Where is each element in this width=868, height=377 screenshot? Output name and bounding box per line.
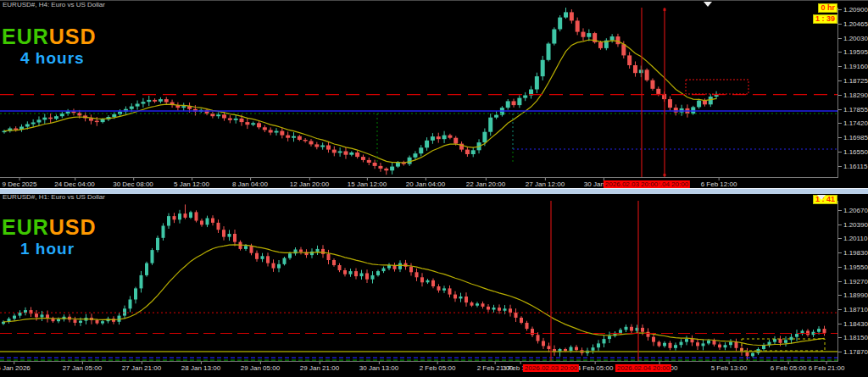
candle-up xyxy=(288,253,292,258)
candle-up xyxy=(167,216,170,225)
candle-up xyxy=(608,336,611,340)
chart-window-h1[interactable]: EURUSD#, H1: Euro vs US Dollar EURUSD 1 … xyxy=(0,193,868,377)
candle-up xyxy=(517,98,521,106)
candle-up xyxy=(261,256,264,259)
candle-up xyxy=(702,343,705,346)
candle-down xyxy=(703,101,707,105)
candle-down xyxy=(74,319,77,323)
candle-up xyxy=(140,275,143,289)
trading-terminal: EURUSD#, H4: Euro vs US Dollar EURUSD 4 … xyxy=(0,0,868,377)
candle-down xyxy=(647,332,650,337)
price-chart-h1[interactable] xyxy=(0,201,838,362)
candle-down xyxy=(233,234,236,242)
candle-up xyxy=(471,150,476,154)
candle-up xyxy=(25,125,30,127)
time-tick-label: 28 Jan 13:00 xyxy=(181,364,220,372)
chart-window-h4[interactable]: EURUSD#, H4: Euro vs US Dollar EURUSD 4 … xyxy=(0,0,868,189)
candle-up xyxy=(189,212,192,218)
candle-up xyxy=(482,132,487,142)
candle-down xyxy=(266,256,270,263)
candle-up xyxy=(13,316,16,319)
candle-down xyxy=(365,274,369,280)
candle-up xyxy=(619,330,622,333)
candle-up xyxy=(570,347,573,352)
candle-up xyxy=(817,329,821,332)
time-tick-label: 5 Jan 12:00 xyxy=(174,180,209,188)
selection-handle[interactable] xyxy=(664,174,666,176)
candle-down xyxy=(453,138,458,144)
candle-up xyxy=(639,69,643,73)
price-tick-label: 1.17855 xyxy=(838,106,868,114)
candle-up xyxy=(459,297,463,298)
candle-up xyxy=(145,263,148,275)
candle-down xyxy=(668,99,672,108)
candle-up xyxy=(790,337,793,341)
candle-down xyxy=(95,121,99,123)
candle-down xyxy=(164,99,169,103)
candle-up xyxy=(349,152,353,155)
candle-up xyxy=(709,97,713,104)
chart-objects xyxy=(0,201,837,361)
candle-down xyxy=(465,150,470,154)
candle-up xyxy=(141,102,145,103)
candle-down xyxy=(779,339,782,343)
candle-down xyxy=(272,263,275,269)
autoscroll-marker-icon[interactable] xyxy=(704,2,712,7)
candle-down xyxy=(327,254,331,260)
candle-down xyxy=(615,36,620,44)
candle-up xyxy=(697,101,701,108)
candle-down xyxy=(487,307,490,310)
candle-up xyxy=(494,115,498,118)
ma-line xyxy=(4,40,716,163)
selection-handle[interactable] xyxy=(664,8,666,11)
candle-up xyxy=(603,339,606,343)
price-tick-label: 1.17420 xyxy=(838,119,868,127)
candle-down xyxy=(173,216,176,219)
candle-down xyxy=(420,277,424,282)
rectangle-object[interactable] xyxy=(686,80,748,94)
event-time-label: 2026.02.03 20:00 xyxy=(604,180,659,188)
candle-down xyxy=(321,249,325,254)
price-tick-label: 1.16115 xyxy=(838,163,867,170)
candle-down xyxy=(332,260,336,265)
candle-up xyxy=(680,342,683,346)
timer-badge-h4: 0 hr 1 : 39 xyxy=(813,2,837,24)
candle-up xyxy=(206,219,209,225)
candle-up xyxy=(275,131,279,133)
price-tick-label: 1.17870 xyxy=(838,348,868,356)
candle-down xyxy=(576,20,580,31)
window-separator[interactable] xyxy=(0,188,868,194)
price-tick-label: 1.19160 xyxy=(838,63,868,70)
candle-down xyxy=(598,42,603,48)
candle-down xyxy=(630,327,633,331)
candle-down xyxy=(309,141,313,145)
candle-down xyxy=(570,12,574,20)
price-tick-label: 1.18290 xyxy=(838,91,868,99)
price-tick-label: 1.18150 xyxy=(838,334,868,341)
candle-up xyxy=(156,238,159,250)
candle-up xyxy=(663,343,666,347)
price-tick-label: 1.18990 xyxy=(838,291,868,299)
candle-up xyxy=(371,275,375,280)
candle-up xyxy=(442,136,447,140)
candle-up xyxy=(123,308,126,315)
candle-down xyxy=(512,101,516,105)
price-chart-h4[interactable] xyxy=(0,8,838,178)
candle-down xyxy=(96,320,99,324)
autoscroll-marker-icon[interactable] xyxy=(817,195,826,200)
candle-down xyxy=(200,221,203,225)
candle-up xyxy=(795,334,798,337)
candle-up xyxy=(674,345,677,348)
candles xyxy=(2,204,826,360)
price-tick-label: 1.20030 xyxy=(838,35,868,42)
candle-up xyxy=(729,342,732,346)
candle-up xyxy=(685,339,688,342)
price-tick-label: 1.20390 xyxy=(838,221,868,229)
candle-down xyxy=(621,44,626,55)
candle-down xyxy=(650,80,654,89)
candle-up xyxy=(101,321,104,323)
candle-up xyxy=(492,308,496,309)
price-tick-label: 1.18430 xyxy=(838,320,868,328)
candle-up xyxy=(419,147,423,153)
candle-down xyxy=(652,337,655,342)
